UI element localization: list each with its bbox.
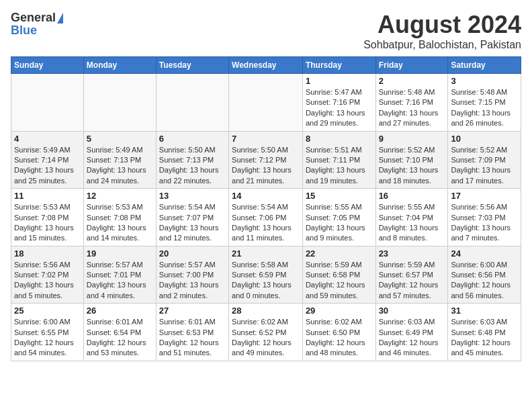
day-cell-1-6: 2 Sunrise: 5:48 AMSunset: 7:16 PMDayligh…: [375, 74, 448, 132]
day-cell-4-5: 22 Sunrise: 5:59 AMSunset: 6:58 PMDaylig…: [302, 246, 375, 304]
day-info: Sunrise: 6:00 AMSunset: 6:55 PMDaylight:…: [14, 317, 81, 359]
day-info: Sunrise: 5:54 AMSunset: 7:06 PMDaylight:…: [232, 202, 300, 244]
day-number: 10: [451, 134, 518, 144]
day-number: 16: [379, 191, 445, 201]
day-info: Sunrise: 5:54 AMSunset: 7:07 PMDaylight:…: [159, 202, 226, 244]
day-info: Sunrise: 5:48 AMSunset: 7:15 PMDaylight:…: [451, 87, 518, 129]
day-info: Sunrise: 5:50 AMSunset: 7:13 PMDaylight:…: [159, 145, 226, 187]
day-info: Sunrise: 5:59 AMSunset: 6:58 PMDaylight:…: [306, 260, 373, 302]
day-info: Sunrise: 5:57 AMSunset: 7:00 PMDaylight:…: [159, 260, 226, 302]
header-monday: Monday: [83, 57, 156, 74]
day-info: Sunrise: 5:52 AMSunset: 7:09 PMDaylight:…: [451, 145, 518, 187]
day-info: Sunrise: 5:48 AMSunset: 7:16 PMDaylight:…: [379, 87, 445, 129]
day-cell-4-2: 19 Sunrise: 5:57 AMSunset: 7:01 PMDaylig…: [83, 246, 156, 304]
day-info: Sunrise: 5:55 AMSunset: 7:05 PMDaylight:…: [306, 202, 373, 244]
day-info: Sunrise: 6:01 AMSunset: 6:53 PMDaylight:…: [159, 317, 226, 359]
day-cell-5-1: 25 Sunrise: 6:00 AMSunset: 6:55 PMDaylig…: [11, 304, 84, 361]
day-cell-2-7: 10 Sunrise: 5:52 AMSunset: 7:09 PMDaylig…: [448, 131, 521, 189]
day-cell-5-3: 27 Sunrise: 6:01 AMSunset: 6:53 PMDaylig…: [156, 304, 228, 361]
week-row-5: 25 Sunrise: 6:00 AMSunset: 6:55 PMDaylig…: [11, 304, 521, 361]
day-cell-1-2: [83, 74, 156, 132]
day-cell-3-1: 11 Sunrise: 5:53 AMSunset: 7:08 PMDaylig…: [11, 189, 84, 246]
day-info: Sunrise: 6:03 AMSunset: 6:49 PMDaylight:…: [379, 317, 445, 359]
day-cell-3-2: 12 Sunrise: 5:53 AMSunset: 7:08 PMDaylig…: [83, 189, 156, 246]
page-subtitle: Sohbatpur, Balochistan, Pakistan: [363, 39, 521, 51]
logo-blue-text: Blue: [11, 24, 37, 38]
day-cell-5-4: 28 Sunrise: 6:02 AMSunset: 6:52 PMDaylig…: [229, 304, 303, 361]
logo-triangle-icon: [57, 13, 63, 24]
day-number: 8: [306, 134, 373, 144]
logo: General Blue: [11, 11, 63, 38]
day-cell-3-5: 15 Sunrise: 5:55 AMSunset: 7:05 PMDaylig…: [302, 189, 375, 246]
day-number: 14: [232, 191, 300, 201]
day-number: 3: [451, 76, 518, 86]
day-number: 30: [379, 306, 445, 316]
day-cell-2-3: 6 Sunrise: 5:50 AMSunset: 7:13 PMDayligh…: [156, 131, 228, 189]
day-cell-5-2: 26 Sunrise: 6:01 AMSunset: 6:54 PMDaylig…: [83, 304, 156, 361]
day-info: Sunrise: 5:51 AMSunset: 7:11 PMDaylight:…: [306, 145, 373, 187]
day-number: 31: [451, 306, 518, 316]
day-number: 24: [451, 248, 518, 259]
day-info: Sunrise: 5:56 AMSunset: 7:03 PMDaylight:…: [451, 202, 518, 244]
day-info: Sunrise: 5:52 AMSunset: 7:10 PMDaylight:…: [379, 145, 445, 187]
day-cell-3-4: 14 Sunrise: 5:54 AMSunset: 7:06 PMDaylig…: [229, 189, 303, 246]
day-number: 26: [87, 306, 153, 316]
day-cell-2-1: 4 Sunrise: 5:49 AMSunset: 7:14 PMDayligh…: [11, 131, 84, 189]
day-cell-2-6: 9 Sunrise: 5:52 AMSunset: 7:10 PMDayligh…: [375, 131, 448, 189]
day-cell-1-3: [156, 74, 228, 132]
day-cell-5-7: 31 Sunrise: 6:03 AMSunset: 6:48 PMDaylig…: [448, 304, 521, 361]
day-cell-5-5: 29 Sunrise: 6:02 AMSunset: 6:50 PMDaylig…: [302, 304, 375, 361]
day-number: 12: [87, 191, 153, 201]
day-info: Sunrise: 5:57 AMSunset: 7:01 PMDaylight:…: [87, 260, 153, 302]
week-row-1: 1 Sunrise: 5:47 AMSunset: 7:16 PMDayligh…: [11, 74, 521, 132]
day-number: 6: [159, 134, 226, 144]
day-number: 9: [379, 134, 445, 144]
page-header: General Blue August 2024 Sohbatpur, Balo…: [11, 11, 521, 51]
day-number: 2: [379, 76, 445, 86]
day-info: Sunrise: 5:49 AMSunset: 7:13 PMDaylight:…: [87, 145, 153, 187]
day-cell-3-6: 16 Sunrise: 5:55 AMSunset: 7:04 PMDaylig…: [375, 189, 448, 246]
day-info: Sunrise: 5:50 AMSunset: 7:12 PMDaylight:…: [232, 145, 300, 187]
day-info: Sunrise: 5:49 AMSunset: 7:14 PMDaylight:…: [14, 145, 81, 187]
week-row-2: 4 Sunrise: 5:49 AMSunset: 7:14 PMDayligh…: [11, 131, 521, 189]
day-info: Sunrise: 6:01 AMSunset: 6:54 PMDaylight:…: [87, 317, 153, 359]
week-row-4: 18 Sunrise: 5:56 AMSunset: 7:02 PMDaylig…: [11, 246, 521, 304]
day-number: 7: [232, 134, 300, 144]
day-info: Sunrise: 5:56 AMSunset: 7:02 PMDaylight:…: [14, 260, 81, 302]
header-saturday: Saturday: [448, 57, 521, 74]
day-info: Sunrise: 5:58 AMSunset: 6:59 PMDaylight:…: [232, 260, 300, 302]
day-info: Sunrise: 6:02 AMSunset: 6:50 PMDaylight:…: [306, 317, 373, 359]
page-title: August 2024: [363, 11, 521, 39]
day-cell-4-7: 24 Sunrise: 6:00 AMSunset: 6:56 PMDaylig…: [448, 246, 521, 304]
header-friday: Friday: [375, 57, 448, 74]
day-info: Sunrise: 6:03 AMSunset: 6:48 PMDaylight:…: [451, 317, 518, 359]
header-row: Sunday Monday Tuesday Wednesday Thursday…: [11, 57, 521, 74]
header-sunday: Sunday: [11, 57, 84, 74]
header-thursday: Thursday: [302, 57, 375, 74]
day-info: Sunrise: 5:53 AMSunset: 7:08 PMDaylight:…: [14, 202, 81, 244]
day-number: 5: [87, 134, 153, 144]
day-number: 22: [306, 248, 373, 259]
day-cell-5-6: 30 Sunrise: 6:03 AMSunset: 6:49 PMDaylig…: [375, 304, 448, 361]
day-number: 15: [306, 191, 373, 201]
day-number: 28: [232, 306, 300, 316]
day-number: 18: [14, 248, 81, 259]
day-info: Sunrise: 5:47 AMSunset: 7:16 PMDaylight:…: [306, 87, 373, 129]
day-number: 25: [14, 306, 81, 316]
day-number: 29: [306, 306, 373, 316]
logo-general-text: General: [11, 11, 56, 25]
day-number: 19: [87, 248, 153, 259]
day-cell-4-1: 18 Sunrise: 5:56 AMSunset: 7:02 PMDaylig…: [11, 246, 84, 304]
day-cell-4-4: 21 Sunrise: 5:58 AMSunset: 6:59 PMDaylig…: [229, 246, 303, 304]
day-number: 13: [159, 191, 226, 201]
day-cell-1-1: [11, 74, 84, 132]
day-number: 23: [379, 248, 445, 259]
day-info: Sunrise: 5:53 AMSunset: 7:08 PMDaylight:…: [87, 202, 153, 244]
day-info: Sunrise: 5:55 AMSunset: 7:04 PMDaylight:…: [379, 202, 445, 244]
day-cell-4-3: 20 Sunrise: 5:57 AMSunset: 7:00 PMDaylig…: [156, 246, 228, 304]
header-tuesday: Tuesday: [156, 57, 228, 74]
day-info: Sunrise: 6:02 AMSunset: 6:52 PMDaylight:…: [232, 317, 300, 359]
calendar-table: Sunday Monday Tuesday Wednesday Thursday…: [11, 56, 521, 361]
day-cell-3-7: 17 Sunrise: 5:56 AMSunset: 7:03 PMDaylig…: [448, 189, 521, 246]
week-row-3: 11 Sunrise: 5:53 AMSunset: 7:08 PMDaylig…: [11, 189, 521, 246]
